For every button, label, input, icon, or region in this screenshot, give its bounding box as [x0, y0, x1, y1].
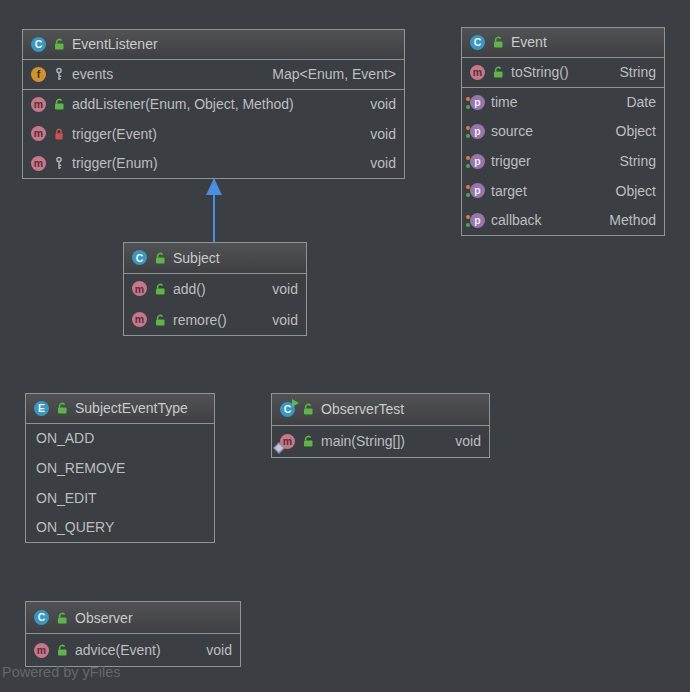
method-icon: m: [31, 156, 46, 171]
property-row: p source Object: [462, 117, 664, 147]
public-lock-icon: [153, 282, 167, 296]
member-name: trigger(Event): [72, 126, 157, 142]
class-icon: C: [132, 250, 147, 265]
node-header: C EventListener: [23, 30, 404, 60]
node-header: C Event: [462, 28, 664, 58]
inheritance-edge[interactable]: [213, 194, 215, 242]
public-lock-icon: [55, 611, 69, 625]
public-lock-icon: [153, 251, 167, 265]
method-icon: m: [132, 312, 147, 327]
class-name: Event: [511, 34, 547, 50]
method-row: m add() void: [124, 274, 306, 305]
enum-constant-row: ON_ADD: [26, 424, 214, 454]
enum-constant-row: ON_QUERY: [26, 512, 214, 542]
public-lock-icon: [55, 401, 69, 415]
property-row: p trigger String: [462, 146, 664, 176]
member-name: trigger: [491, 153, 531, 169]
member-type: Map<Enum, Event>: [262, 66, 396, 82]
method-icon: m: [132, 281, 147, 296]
class-node-observer[interactable]: C Observer m advice(Event) void: [25, 601, 241, 667]
property-icon: p: [470, 154, 485, 169]
enum-constant: ON_REMOVE: [36, 460, 125, 476]
member-type: String: [609, 153, 656, 169]
method-row: m main(String[]) void: [272, 426, 489, 458]
member-type: void: [360, 96, 396, 112]
static-method-icon: m: [280, 434, 295, 449]
class-icon: C: [31, 37, 46, 52]
member-type: void: [360, 155, 396, 171]
class-node-subject[interactable]: C Subject m add() void m remore() void: [123, 242, 307, 336]
field-icon: f: [31, 67, 46, 82]
public-lock-icon: [301, 402, 315, 416]
enum-constant-row: ON_EDIT: [26, 483, 214, 513]
run-triangle-overlay-icon: [292, 399, 299, 407]
member-type: String: [609, 64, 656, 80]
method-row: m toString() String: [462, 58, 664, 88]
member-name: advice(Event): [75, 642, 161, 658]
class-node-eventlistener[interactable]: C EventListener f events Map<Enum, Event…: [22, 29, 405, 179]
class-node-event[interactable]: C Event m toString() String p time Date …: [461, 27, 665, 236]
enum-icon: E: [34, 401, 49, 416]
member-type: void: [262, 312, 298, 328]
node-header: E SubjectEventType: [26, 394, 214, 424]
class-name: EventListener: [72, 36, 158, 52]
member-type: Date: [616, 94, 656, 110]
method-icon: m: [31, 97, 46, 112]
method-row: m trigger(Event) void: [23, 119, 404, 149]
public-lock-icon: [153, 313, 167, 327]
property-icon: p: [470, 183, 485, 198]
class-icon: C: [34, 610, 49, 625]
member-type: Method: [599, 212, 656, 228]
member-name: callback: [491, 212, 542, 228]
enum-constant: ON_ADD: [36, 430, 94, 446]
member-name: events: [72, 66, 113, 82]
class-name: Observer: [75, 610, 133, 626]
member-type: void: [262, 281, 298, 297]
public-lock-icon: [491, 35, 505, 49]
node-header: C Observer: [26, 602, 240, 634]
class-name: ObserverTest: [321, 401, 404, 417]
property-icon: p: [470, 95, 485, 110]
property-icon: p: [470, 124, 485, 139]
method-icon: m: [470, 65, 485, 80]
node-header: C ObserverTest: [272, 394, 489, 426]
class-name: Subject: [173, 250, 220, 266]
property-row: p callback Method: [462, 205, 664, 235]
runnable-class-icon: C: [280, 402, 295, 417]
public-lock-icon: [52, 97, 66, 111]
public-lock-icon: [52, 37, 66, 51]
static-diamond-badge: [273, 442, 284, 453]
yfiles-watermark: Powered by yFiles: [2, 664, 120, 680]
method-icon: m: [34, 643, 49, 658]
inheritance-arrowhead: [206, 178, 222, 195]
key-icon: [52, 67, 66, 81]
method-row: m addListener(Enum, Object, Method) void: [23, 89, 404, 119]
node-header: C Subject: [124, 243, 306, 274]
key-icon: [52, 156, 66, 170]
enum-constant-row: ON_REMOVE: [26, 453, 214, 483]
member-name: toString(): [511, 64, 569, 80]
member-type: void: [360, 126, 396, 142]
method-row: m remore() void: [124, 304, 306, 335]
enum-name: SubjectEventType: [75, 400, 188, 416]
member-type: Object: [606, 183, 656, 199]
field-row: f events Map<Enum, Event>: [23, 60, 404, 90]
member-name: addListener(Enum, Object, Method): [72, 96, 294, 112]
member-type: void: [445, 433, 481, 449]
member-name: target: [491, 183, 527, 199]
member-name: trigger(Enum): [72, 155, 158, 171]
member-name: add(): [173, 281, 206, 297]
private-lock-icon: [52, 127, 66, 141]
member-type: Object: [606, 123, 656, 139]
public-lock-icon: [301, 434, 315, 448]
method-icon: m: [31, 126, 46, 141]
enum-node-subjecteventtype[interactable]: E SubjectEventType ON_ADD ON_REMOVE ON_E…: [25, 393, 215, 543]
member-name: source: [491, 123, 533, 139]
class-icon: C: [470, 35, 485, 50]
method-row: m advice(Event) void: [26, 634, 240, 666]
class-node-observertest[interactable]: C ObserverTest m main(String[]) void: [271, 393, 490, 458]
property-row: p target Object: [462, 176, 664, 206]
property-row: p time Date: [462, 87, 664, 117]
property-icon: p: [470, 213, 485, 228]
public-lock-icon: [55, 643, 69, 657]
